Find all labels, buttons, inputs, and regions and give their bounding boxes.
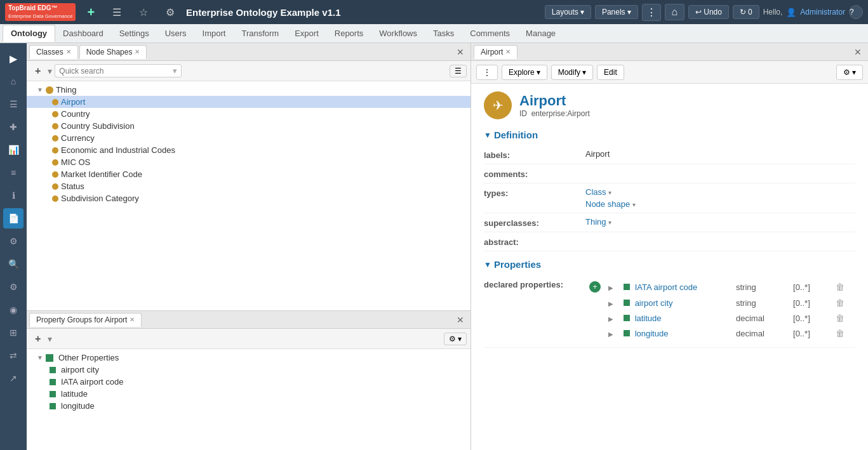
- class-dropdown-arrow[interactable]: ▾: [608, 189, 611, 196]
- thing-dropdown-arrow[interactable]: ▾: [608, 219, 611, 226]
- airport-city-delete-icon[interactable]: 🗑: [836, 298, 845, 308]
- tree-item-economic[interactable]: Economic and Industrial Codes: [27, 144, 471, 156]
- classes-tab[interactable]: Classes ✕: [29, 45, 78, 59]
- airport-tab-close[interactable]: ✕: [505, 48, 511, 55]
- tree-item-root[interactable]: ▼ Thing: [27, 84, 471, 96]
- tree-item-country[interactable]: Country: [27, 108, 471, 120]
- help-button[interactable]: ?: [849, 5, 863, 19]
- tab-reports[interactable]: Reports: [327, 25, 372, 41]
- sidebar-settings-icon[interactable]: ⚙: [3, 231, 23, 251]
- airport-settings-button[interactable]: ⚙ ▾: [836, 65, 863, 80]
- tab-import[interactable]: Import: [195, 25, 234, 41]
- other-props-collapse[interactable]: ▼: [37, 354, 43, 361]
- sidebar-doc-icon[interactable]: 📄: [3, 208, 23, 228]
- tree-item-market[interactable]: Market Identifier Code: [27, 168, 471, 180]
- longitude-expand-arrow[interactable]: ▶: [608, 331, 613, 338]
- tree-item-airport[interactable]: Airport: [27, 96, 471, 108]
- redo-button[interactable]: ↻ 0: [733, 5, 759, 19]
- modify-button[interactable]: Modify ▾: [551, 65, 593, 80]
- airport-city-detail-link[interactable]: airport city: [635, 298, 673, 308]
- star-button[interactable]: ☆: [133, 4, 154, 20]
- tree-item-iata-code[interactable]: IATA airport code: [27, 376, 471, 388]
- search-input[interactable]: [59, 67, 173, 76]
- layouts-button[interactable]: Layouts ▾: [545, 5, 591, 19]
- right-panel-close[interactable]: ✕: [850, 47, 865, 57]
- add-button[interactable]: +: [81, 3, 101, 22]
- iata-expand-arrow[interactable]: ▶: [608, 284, 613, 291]
- airport-tab[interactable]: Airport ✕: [474, 45, 517, 59]
- tab-settings[interactable]: Settings: [112, 25, 157, 41]
- sidebar-workflow-icon[interactable]: ⇄: [3, 345, 23, 366]
- settings-top-button[interactable]: ⚙: [159, 4, 181, 20]
- sidebar-list-icon[interactable]: ☰: [3, 94, 23, 114]
- prop-groups-settings-button[interactable]: ⚙ ▾: [444, 333, 467, 345]
- menu-button[interactable]: ☰: [106, 4, 128, 20]
- airport-city-expand-arrow[interactable]: ▶: [608, 300, 613, 307]
- tree-item-country-subdivision[interactable]: Country Subdivision: [27, 120, 471, 132]
- prop-groups-panel-close[interactable]: ✕: [453, 315, 468, 325]
- sidebar-add-icon[interactable]: ✚: [3, 117, 23, 137]
- sidebar-share-icon[interactable]: ↗: [3, 368, 23, 388]
- left-panel-close[interactable]: ✕: [453, 47, 468, 57]
- add-class-button[interactable]: +: [30, 64, 45, 78]
- tree-item-status[interactable]: Status: [27, 180, 471, 192]
- tab-workflows[interactable]: Workflows: [371, 25, 425, 41]
- tree-item-currency[interactable]: Currency: [27, 132, 471, 144]
- root-collapse-arrow[interactable]: ▼: [37, 86, 43, 93]
- latitude-detail-link[interactable]: latitude: [635, 314, 662, 323]
- prop-groups-tab-close[interactable]: ✕: [130, 316, 135, 323]
- add-dropdown-arrow[interactable]: ▾: [48, 66, 52, 76]
- username[interactable]: Administrator: [800, 8, 845, 17]
- sidebar-arrow-icon[interactable]: ▶: [3, 48, 23, 69]
- tab-tasks[interactable]: Tasks: [425, 25, 462, 41]
- tree-item-other-properties[interactable]: ▼ Other Properties: [27, 352, 471, 364]
- tab-users[interactable]: Users: [157, 25, 195, 41]
- view-options-button[interactable]: ☰: [450, 65, 467, 77]
- sidebar-search-icon[interactable]: 🔍: [3, 254, 23, 274]
- sidebar-home-icon[interactable]: ⌂: [3, 71, 23, 91]
- tab-dashboard[interactable]: Dashboard: [55, 25, 112, 41]
- tree-item-latitude[interactable]: latitude: [27, 388, 471, 400]
- tree-item-longitude[interactable]: longitude: [27, 400, 471, 412]
- search-dropdown-icon[interactable]: ▾: [173, 66, 177, 76]
- node-shapes-tab-close[interactable]: ✕: [135, 48, 140, 55]
- tree-item-airport-city[interactable]: airport city: [27, 364, 471, 376]
- longitude-detail-link[interactable]: longitude: [635, 329, 669, 338]
- edit-button[interactable]: Edit: [597, 65, 624, 80]
- add-property-button[interactable]: +: [589, 281, 601, 293]
- add-prop-group-dropdown[interactable]: ▾: [48, 334, 52, 344]
- tab-ontology[interactable]: Ontology: [3, 25, 55, 42]
- sidebar-table-icon[interactable]: ⊞: [3, 322, 23, 343]
- node-shape-dropdown-arrow[interactable]: ▾: [632, 201, 636, 208]
- sidebar-nodes-icon[interactable]: ◉: [3, 300, 23, 320]
- tab-transform[interactable]: Transform: [234, 25, 287, 41]
- node-shape-link[interactable]: Node shape: [585, 199, 632, 209]
- class-link[interactable]: Class: [585, 187, 608, 197]
- tree-item-micos[interactable]: MIC OS: [27, 156, 471, 168]
- properties-section-header[interactable]: ▼ Properties: [484, 259, 855, 270]
- panels-button[interactable]: Panels ▾: [595, 5, 638, 19]
- tab-manage[interactable]: Manage: [518, 25, 564, 41]
- tree-item-subdivision-category[interactable]: Subdivision Category: [27, 192, 471, 204]
- longitude-delete-icon[interactable]: 🗑: [836, 328, 845, 338]
- tab-comments[interactable]: Comments: [462, 25, 518, 41]
- more-toolbar-button[interactable]: ⋮: [476, 65, 498, 80]
- node-shapes-tab[interactable]: Node Shapes ✕: [79, 45, 147, 59]
- undo-button[interactable]: ↩ Undo: [688, 5, 729, 19]
- tab-export[interactable]: Export: [287, 25, 327, 41]
- sidebar-chart-icon[interactable]: 📊: [3, 140, 23, 160]
- home-top-button[interactable]: ⌂: [665, 4, 685, 20]
- iata-delete-icon[interactable]: 🗑: [836, 282, 845, 292]
- sidebar-puzzle-icon[interactable]: ⚙: [3, 277, 23, 297]
- explore-button[interactable]: Explore ▾: [502, 65, 547, 80]
- sidebar-listview-icon[interactable]: ≡: [3, 162, 23, 183]
- sidebar-info-icon[interactable]: ℹ: [3, 185, 23, 206]
- latitude-delete-icon[interactable]: 🗑: [836, 313, 845, 323]
- classes-tab-close[interactable]: ✕: [66, 48, 71, 55]
- thing-link[interactable]: Thing: [585, 217, 608, 227]
- prop-groups-tab[interactable]: Property Groups for Airport ✕: [29, 313, 142, 327]
- more-top-button[interactable]: ⋮: [642, 4, 661, 21]
- definition-section-header[interactable]: ▼ Definition: [484, 129, 855, 140]
- add-prop-group-button[interactable]: +: [30, 332, 45, 346]
- latitude-expand-arrow[interactable]: ▶: [608, 315, 613, 322]
